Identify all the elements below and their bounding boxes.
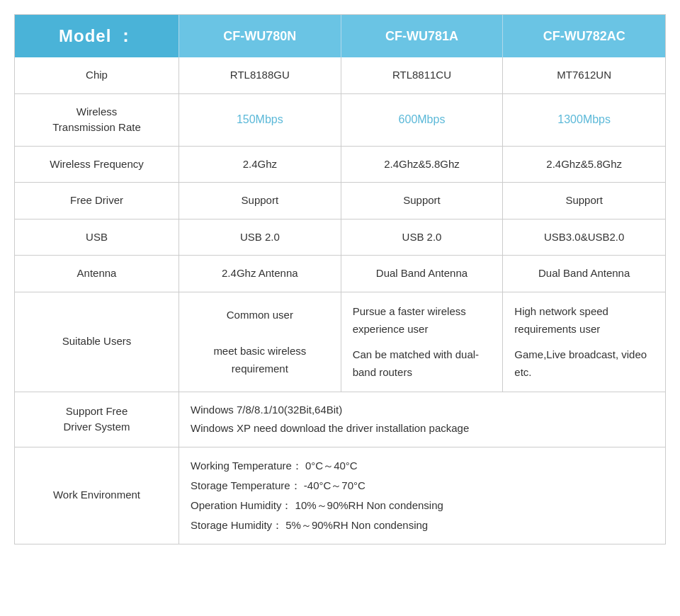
- antenna-col3: Dual Band Antenna: [503, 256, 665, 292]
- antenna-col1: 2.4Ghz Antenna: [179, 256, 341, 292]
- work-environment-label-cell: Work Environment: [15, 447, 179, 544]
- free-driver-label-cell: Free Driver: [15, 183, 179, 219]
- transmission-rate-row: WirelessTransmission Rate 150Mbps 600Mbp…: [15, 94, 665, 147]
- chip-label-cell: Chip: [15, 57, 179, 93]
- model-label: Model ：: [59, 25, 135, 47]
- free-driver-row: Free Driver Support Support Support: [15, 183, 665, 219]
- work-environment-content: Working Temperature： 0°C～40°C Storage Te…: [179, 447, 665, 544]
- usb-col2: USB 2.0: [341, 219, 504, 256]
- wireless-frequency-col3: 2.4Ghz&5.8Ghz: [503, 147, 665, 183]
- transmission-rate-col1: 150Mbps: [179, 94, 341, 146]
- antenna-col2: Dual Band Antenna: [341, 256, 504, 292]
- chip-col3: MT7612UN: [503, 57, 665, 93]
- header-col3-text: CF-WU782AC: [543, 29, 625, 44]
- usb-label-cell: USB: [15, 219, 179, 256]
- header-col1-text: CF-WU780N: [223, 29, 296, 44]
- free-driver-label: Free Driver: [70, 193, 123, 209]
- wireless-frequency-label-cell: Wireless Frequency: [15, 147, 179, 183]
- support-free-driver-label-cell: Support FreeDriver System: [15, 392, 179, 447]
- support-free-driver-content: Windows 7/8/8.1/10(32Bit,64Bit) Windows …: [179, 392, 665, 447]
- chip-col1: RTL8188GU: [179, 57, 341, 93]
- work-environment-row: Work Environment Working Temperature： 0°…: [15, 447, 665, 544]
- model-label-cell: Model ：: [15, 15, 179, 57]
- suitable-users-col1: Common user meet basic wireless requirem…: [179, 292, 341, 392]
- free-driver-col1: Support: [179, 183, 341, 219]
- wireless-frequency-label: Wireless Frequency: [50, 156, 144, 173]
- transmission-rate-col2: 600Mbps: [341, 94, 504, 146]
- transmission-rate-label-cell: WirelessTransmission Rate: [15, 94, 179, 146]
- usb-col1: USB 2.0: [179, 219, 341, 256]
- support-free-driver-label: Support FreeDriver System: [63, 404, 130, 435]
- antenna-label: Antenna: [77, 266, 117, 282]
- wireless-frequency-row: Wireless Frequency 2.4Ghz 2.4Ghz&5.8Ghz …: [15, 147, 665, 183]
- header-col2: CF-WU781A: [341, 15, 504, 57]
- suitable-users-col2: Pursue a faster wireless experience user…: [341, 292, 504, 392]
- header-col1: CF-WU780N: [179, 15, 341, 57]
- work-environment-label: Work Environment: [53, 487, 140, 503]
- chip-label: Chip: [86, 67, 108, 84]
- free-driver-col2: Support: [341, 183, 504, 219]
- transmission-rate-label: WirelessTransmission Rate: [52, 104, 140, 136]
- usb-col3: USB3.0&USB2.0: [503, 219, 665, 256]
- support-free-driver-row: Support FreeDriver System Windows 7/8/8.…: [15, 392, 665, 447]
- chip-col2: RTL8811CU: [341, 57, 504, 93]
- header-col2-text: CF-WU781A: [385, 29, 458, 44]
- suitable-users-col3: High network speed requirements user Gam…: [503, 292, 665, 392]
- chip-row: Chip RTL8188GU RTL8811CU MT7612UN: [15, 57, 665, 94]
- free-driver-col3: Support: [503, 183, 665, 219]
- header-col3: CF-WU782AC: [503, 15, 665, 57]
- suitable-users-label: Suitable Users: [62, 333, 132, 350]
- suitable-users-row: Suitable Users Common user meet basic wi…: [15, 292, 665, 392]
- header-row: Model ： CF-WU780N CF-WU781A CF-WU782AC: [15, 15, 665, 57]
- antenna-label-cell: Antenna: [15, 256, 179, 292]
- wireless-frequency-col2: 2.4Ghz&5.8Ghz: [341, 147, 504, 183]
- transmission-rate-col3: 1300Mbps: [503, 94, 665, 146]
- antenna-row: Antenna 2.4Ghz Antenna Dual Band Antenna…: [15, 256, 665, 292]
- comparison-table: Model ： CF-WU780N CF-WU781A CF-WU782AC C…: [14, 14, 666, 544]
- usb-row: USB USB 2.0 USB 2.0 USB3.0&USB2.0: [15, 219, 665, 256]
- suitable-users-label-cell: Suitable Users: [15, 292, 179, 392]
- wireless-frequency-col1: 2.4Ghz: [179, 147, 341, 183]
- usb-label: USB: [86, 229, 108, 246]
